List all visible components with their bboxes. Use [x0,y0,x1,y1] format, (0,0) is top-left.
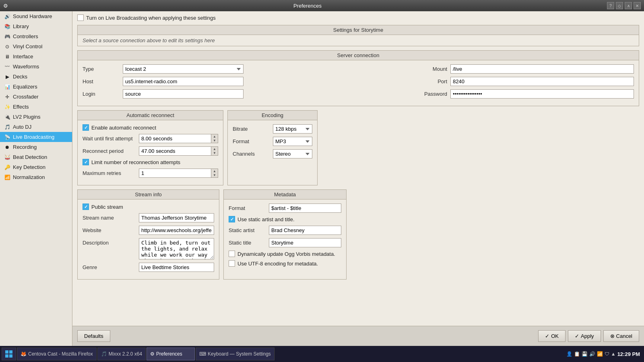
sidebar-item-beat-detection[interactable]: 🥁 Beat Detection [0,152,72,162]
sidebar-label-crossfader: Crossfader [13,94,39,100]
static-title-input[interactable] [269,238,341,247]
channels-row: Channels Stereo Mono [233,149,312,158]
bitrate-row: Bitrate 128 kbps 64 kbps 96 kbps 192 kbp… [233,124,312,134]
library-icon: 📚 [4,24,10,29]
taskbar-app-firefox[interactable]: 🦊 Centova Cast - Mozilla Firefox [17,348,97,360]
minimize-button[interactable]: ◇ [616,2,623,9]
help-button[interactable]: ? [607,2,614,9]
apply-label: Apply [581,333,594,339]
stream-name-input[interactable] [139,213,214,222]
public-stream-checkbox[interactable] [83,204,89,210]
sidebar-item-normalization[interactable]: 📶 Normalization [0,172,72,182]
static-artist-input[interactable] [269,226,341,235]
type-select[interactable]: Icecast 2 Shoutcast 1 Shoutcast 2 [123,64,244,74]
wait-input[interactable] [139,134,211,143]
sidebar-item-vinyl-control[interactable]: ⊙ Vinyl Control [0,41,72,51]
max-retries-down-btn[interactable]: ▼ [211,173,218,178]
titlebar-title: Preferences [8,3,607,9]
equalizers-icon: 📊 [4,84,10,90]
cancel-button[interactable]: ⊗ Cancel [603,330,639,342]
login-input[interactable] [123,89,244,99]
live-broadcasting-icon: 📡 [4,134,10,140]
reconnect-period-down-btn[interactable]: ▼ [211,151,218,156]
select-source-text: Select a source connection above to edit… [83,37,215,43]
max-retries-row: Maximum retries ▲ ▼ [83,169,218,178]
utf8-checkbox[interactable] [229,260,235,267]
user-icon: 👤 [566,351,572,357]
sound-hardware-icon: 🔊 [4,14,10,19]
limit-reconnect-checkbox[interactable] [83,159,89,165]
channels-select[interactable]: Stereo Mono [273,149,312,158]
svg-rect-0 [5,350,8,354]
max-retries-input[interactable] [139,169,211,178]
apply-button[interactable]: ✓ Apply [568,330,601,342]
dynamic-ogg-row: Dynamically update Ogg Vorbis metadata. [229,251,341,257]
taskbar-app-preferences[interactable]: ⚙ Preferences [147,348,195,360]
port-input[interactable] [450,77,634,86]
key-detection-icon: 🔑 [4,165,10,170]
sidebar-item-equalizers[interactable]: 📊 Equalizers [0,82,72,92]
live-broadcast-label: Turn on Live Broadcasting when applying … [86,15,216,21]
mount-input[interactable] [450,64,634,74]
dynamic-ogg-checkbox[interactable] [229,251,235,257]
sidebar-item-library[interactable]: 📚 Library [0,21,72,31]
genre-input[interactable] [139,263,214,272]
svg-rect-2 [5,354,8,358]
website-label: Website [83,227,139,233]
taskbar-time: 12:29 PM [617,351,640,357]
wait-up-btn[interactable]: ▲ [211,134,218,139]
sidebar-item-recording[interactable]: ⏺ Recording [0,142,72,152]
vinyl-control-icon: ⊙ [4,44,10,49]
sidebar-item-auto-dj[interactable]: 🎵 Auto DJ [0,122,72,132]
sidebar-item-lv2-plugins[interactable]: 🔌 LV2 Plugins [0,112,72,122]
reconnect-period-spinner-btns: ▲ ▼ [211,146,218,156]
sidebar-item-decks[interactable]: ▶ Decks [0,72,72,82]
reconnect-period-input[interactable] [139,146,211,156]
sidebar-item-key-detection[interactable]: 🔑 Key Detection [0,162,72,172]
live-broadcast-checkbox[interactable] [77,14,84,21]
close-button[interactable]: ✕ [634,2,641,9]
maximize-button[interactable]: ∧ [625,2,632,9]
wait-label: Wait until first attempt [83,136,139,142]
format-select[interactable]: MP3 OGG Vorbis FLAC [273,137,312,146]
sidebar-item-live-broadcasting[interactable]: 📡 Live Broadcasting [0,132,72,142]
sidebar-item-waveforms[interactable]: 〰 Waveforms [0,62,72,72]
public-stream-label: Public stream [91,204,123,210]
type-row: Type Icecast 2 Shoutcast 1 Shoutcast 2 M… [83,64,634,74]
metadata-format-input[interactable] [269,204,341,213]
reconnect-period-up-btn[interactable]: ▲ [211,147,218,151]
sidebar-label-equalizers: Equalizers [13,84,37,90]
defaults-button[interactable]: Defaults [77,330,110,342]
host-input[interactable] [123,77,244,86]
clipboard-icon: 📋 [574,351,580,357]
wait-row: Wait until first attempt ▲ ▼ [83,134,218,143]
stream-info-title: Stream info [78,190,219,200]
sidebar-item-crossfader[interactable]: ✛ Crossfader [0,92,72,102]
bitrate-select[interactable]: 128 kbps 64 kbps 96 kbps 192 kbps 320 kb… [273,124,312,134]
sidebar-item-interface[interactable]: 🖥 Interface [0,51,72,62]
sidebar-item-controllers[interactable]: 🎮 Controllers [0,31,72,41]
sidebar: 🔊 Sound Hardware 📚 Library 🎮 Controllers… [0,11,72,346]
auto-dj-icon: 🎵 [4,124,10,130]
preferences-taskbar-label: Preferences [156,351,182,357]
sidebar-item-sound-hardware[interactable]: 🔊 Sound Hardware [0,11,72,21]
taskbar-app-mixxx[interactable]: 🎵 Mixxx 2.2.0 x64 [97,348,146,360]
sidebar-label-sound-hardware: Sound Hardware [13,13,52,19]
start-button[interactable] [2,348,16,360]
static-artist-row: Static artist [229,226,341,235]
taskbar-app-keyboard[interactable]: ⌨ Keyboard — System Settings [196,348,275,360]
sidebar-item-effects[interactable]: ✨ Effects [0,102,72,112]
titlebar-controls: ? ◇ ∧ ✕ [607,2,641,9]
wifi-icon: 📶 [597,351,603,357]
use-static-checkbox[interactable] [229,216,235,222]
enable-reconnect-checkbox[interactable] [83,124,89,131]
wait-down-btn[interactable]: ▼ [211,139,218,143]
use-static-row: Use static artist and title. [229,216,341,222]
description-input[interactable]: Climb in bed, turn out the lights, and r… [139,238,214,259]
use-static-label: Use static artist and title. [237,216,295,222]
ok-button[interactable]: ✓ OK [538,330,566,342]
max-retries-up-btn[interactable]: ▲ [211,169,218,173]
password-input[interactable] [450,89,634,99]
website-input[interactable] [139,226,214,235]
stream-metadata-row: Stream info Public stream Stream name [77,189,639,284]
